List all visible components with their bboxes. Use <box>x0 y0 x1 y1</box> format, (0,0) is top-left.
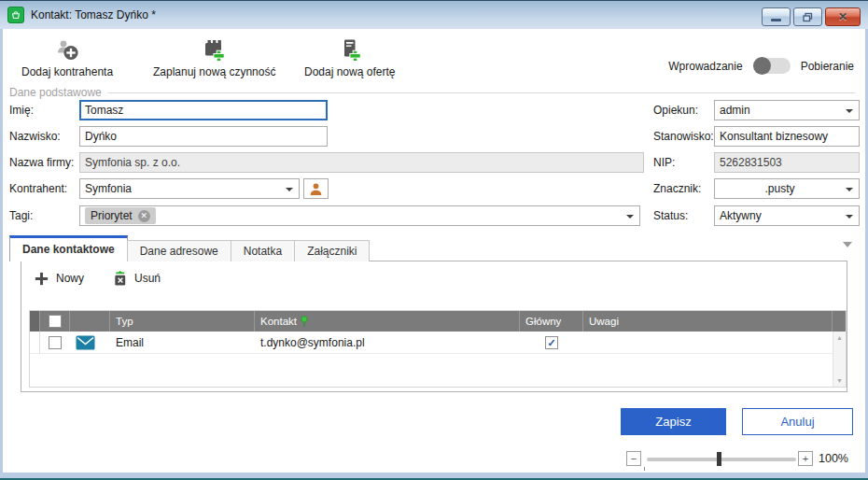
header-uwagi[interactable]: Uwagi <box>583 311 833 332</box>
app-icon <box>7 7 24 23</box>
nazwa-firmy-input <box>79 152 644 173</box>
tab-dane-adresowe[interactable]: Dane adresowe <box>127 240 231 261</box>
nazwa-firmy-label: Nazwa firmy: <box>9 152 74 173</box>
header-icon-column <box>70 311 110 332</box>
header-select-all[interactable] <box>40 311 70 332</box>
chevron-down-icon <box>286 188 293 191</box>
calendar-plus-icon <box>202 37 227 63</box>
person-icon <box>309 182 323 196</box>
tag-remove-icon[interactable]: ✕ <box>138 210 150 222</box>
status-combo[interactable]: Aktywny <box>714 205 860 226</box>
plan-activity-button[interactable]: Zaplanuj nową czynność <box>147 35 281 81</box>
row-selector[interactable] <box>30 332 40 353</box>
header-glowny[interactable]: Główny <box>520 311 583 332</box>
chevron-down-icon <box>626 215 634 219</box>
titlebar: Kontakt: Tomasz Dyńko * ✕ <box>0 0 868 29</box>
glowny-checkbox[interactable]: ✓ <box>545 336 558 349</box>
znacznik-combo[interactable]: .pusty <box>714 178 860 199</box>
kontrahent-value: Symfonia <box>85 182 132 195</box>
add-offer-button[interactable]: Dodaj nową ofertę <box>299 35 400 81</box>
open-contractor-button[interactable] <box>303 178 329 199</box>
close-icon: ✕ <box>838 10 847 23</box>
kontrahent-label: Kontrahent: <box>9 178 67 199</box>
plus-icon <box>34 271 49 287</box>
tab-dane-kontaktowe[interactable]: Dane kontaktowe <box>9 235 128 261</box>
status-label: Status: <box>653 205 688 226</box>
stanowisko-input[interactable] <box>714 126 860 147</box>
cell-kontakt: t.dynko@symfonia.pl <box>255 332 520 353</box>
contact-window: Kontakt: Tomasz Dyńko * ✕ Dodaj kontrahe <box>0 0 868 480</box>
save-button[interactable]: Zapisz <box>621 408 726 435</box>
kontrahent-combo[interactable]: Symfonia <box>79 178 300 199</box>
minimize-button[interactable] <box>762 7 791 26</box>
tag-chip[interactable]: Priorytet ✕ <box>85 207 156 224</box>
tag-chip-label: Priorytet <box>91 209 133 222</box>
mode-toggle-switch[interactable] <box>753 58 791 74</box>
imie-label: Imię: <box>9 100 34 120</box>
mode-right-label: Pobieranie <box>801 60 854 73</box>
chevron-down-icon <box>846 188 853 191</box>
status-value: Aktywny <box>720 209 762 222</box>
tab-zalaczniki[interactable]: Załączniki <box>294 240 370 261</box>
zoom-tick <box>644 467 645 471</box>
close-button[interactable]: ✕ <box>825 7 861 26</box>
zoom-slider-thumb[interactable] <box>717 452 721 466</box>
tab-notatka[interactable]: Notatka <box>231 240 295 261</box>
znacznik-label: Znacznik: <box>653 178 701 199</box>
add-contractor-label: Dodaj kontrahenta <box>21 65 113 78</box>
mode-toggle-group: Wprowadzanie Pobieranie <box>668 58 854 74</box>
nip-input <box>714 152 860 173</box>
zoom-slider-track[interactable] <box>647 458 796 461</box>
cell-typ: Email <box>110 332 255 353</box>
opiekun-combo[interactable]: admin <box>714 100 860 120</box>
grid-toolbar: Nowy Usuń <box>34 270 161 287</box>
table-row[interactable]: Email t.dynko@symfonia.pl ✓ <box>30 332 846 354</box>
add-contractor-button[interactable]: Dodaj kontrahenta <box>16 35 119 81</box>
add-offer-label: Dodaj nową ofertę <box>304 65 395 78</box>
zoom-level-label: 100% <box>819 452 848 465</box>
header-kontakt[interactable]: Kontakt <box>255 311 520 332</box>
new-row-label: Nowy <box>56 272 84 285</box>
contacts-grid: Typ Kontakt Główny Uwagi <box>29 310 847 388</box>
header-typ[interactable]: Typ <box>110 311 255 332</box>
window-title: Kontakt: Tomasz Dyńko * <box>31 8 156 21</box>
tagi-label: Tagi: <box>9 205 33 226</box>
group-dane-podstawowe: Dane podstawowe <box>9 85 856 100</box>
email-icon <box>76 335 95 350</box>
delete-icon <box>112 270 128 287</box>
opiekun-value: admin <box>720 104 750 117</box>
document-plus-icon <box>337 37 362 63</box>
delete-row-button[interactable]: Usuń <box>112 270 161 287</box>
group-divider <box>107 92 856 93</box>
window-controls: ✕ <box>762 7 861 26</box>
opiekun-label: Opiekun: <box>653 100 698 120</box>
restore-icon <box>803 12 813 22</box>
plan-activity-label: Zaplanuj nową czynność <box>153 65 275 78</box>
new-row-button[interactable]: Nowy <box>34 270 84 287</box>
nip-label: NIP: <box>653 152 675 173</box>
imie-input[interactable] <box>79 100 328 120</box>
grid-scrollbar[interactable]: ▲ ▼ <box>833 332 846 387</box>
header-row-selector <box>30 311 40 332</box>
select-all-checkbox[interactable] <box>49 315 62 328</box>
scroll-up-icon[interactable]: ▲ <box>836 334 843 341</box>
tagi-combo[interactable]: Priorytet ✕ <box>79 205 640 226</box>
nazwisko-input[interactable] <box>79 126 328 147</box>
scroll-down-icon[interactable]: ▼ <box>836 377 843 384</box>
chevron-down-icon <box>846 109 853 113</box>
contact-data-panel: Nowy Usuń Typ <box>21 261 847 392</box>
zoom-out-button[interactable]: − <box>626 451 641 466</box>
window-body: Dodaj kontrahenta Zaplanuj nową czynność <box>3 29 865 473</box>
cancel-button[interactable]: Anuluj <box>742 408 853 435</box>
collapse-panel-icon[interactable] <box>843 242 852 247</box>
header-scrollbar-stub <box>833 311 846 332</box>
restore-button[interactable] <box>793 7 822 26</box>
zoom-in-button[interactable]: + <box>798 451 813 466</box>
minimize-icon <box>771 19 781 21</box>
add-person-icon <box>55 37 80 63</box>
chevron-down-icon <box>846 215 853 219</box>
cell-uwagi <box>583 332 589 353</box>
stanowisko-label: Stanowisko: <box>653 126 714 147</box>
mode-left-label: Wprowadzanie <box>668 60 742 73</box>
row-checkbox[interactable] <box>49 336 62 349</box>
